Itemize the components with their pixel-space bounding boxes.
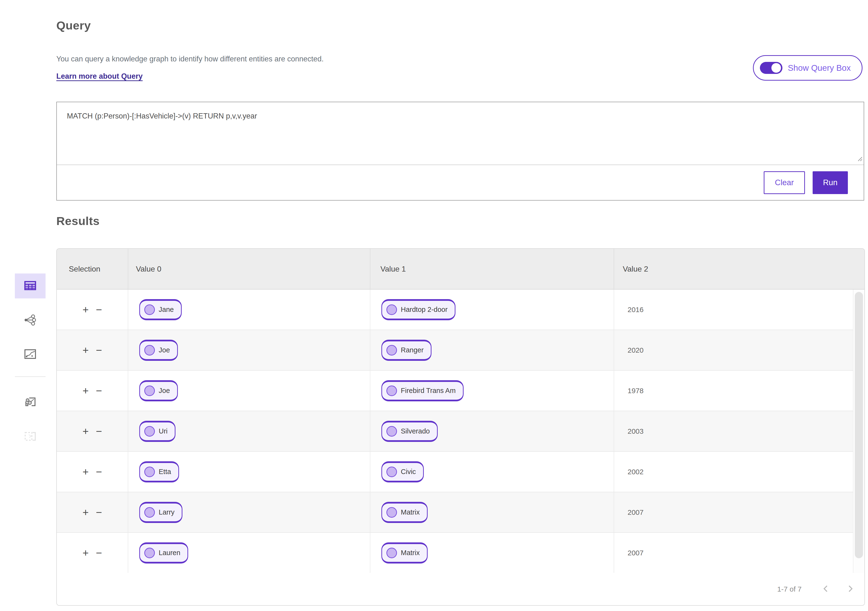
node-pill[interactable]: Joe xyxy=(139,380,178,401)
node-icon xyxy=(386,548,397,558)
table-view-icon xyxy=(24,280,36,293)
remove-from-selection-button[interactable]: − xyxy=(96,305,102,315)
graph-map-view-icon xyxy=(24,396,36,409)
node-icon xyxy=(144,386,155,396)
table-row: + − Uri Silverado 2003 xyxy=(57,411,853,452)
value2-cell: 2007 xyxy=(614,492,853,532)
results-title: Results xyxy=(56,214,100,228)
node-pill[interactable]: Lauren xyxy=(139,543,188,563)
remove-from-selection-button[interactable]: − xyxy=(96,507,102,518)
sidebar-item-graph-view[interactable] xyxy=(15,308,45,333)
node-pill[interactable]: Joe xyxy=(139,340,178,361)
add-to-selection-button[interactable]: + xyxy=(82,386,89,396)
node-icon xyxy=(144,466,155,477)
remove-from-selection-button[interactable]: − xyxy=(96,426,102,437)
node-label: Lauren xyxy=(159,549,180,557)
node-label: Civic xyxy=(401,468,416,476)
table-scrollbar-thumb[interactable] xyxy=(855,292,863,558)
node-label: Uri xyxy=(159,427,167,435)
value0-cell: Larry xyxy=(128,492,370,532)
value2-cell: 2007 xyxy=(614,533,853,573)
selection-cell: + − xyxy=(57,452,128,492)
pagination-prev-button[interactable] xyxy=(819,583,832,596)
node-pill[interactable]: Matrix xyxy=(381,502,428,523)
year-value: 2002 xyxy=(628,468,644,476)
remove-from-selection-button[interactable]: − xyxy=(96,548,102,558)
node-pill[interactable]: Ranger xyxy=(381,340,431,361)
table-row: + − Jane Hardtop 2-door 2016 xyxy=(57,289,853,330)
remove-from-selection-button[interactable]: − xyxy=(96,386,102,396)
resize-handle-icon[interactable] xyxy=(856,155,862,163)
add-to-selection-button[interactable]: + xyxy=(82,426,89,437)
node-pill[interactable]: Uri xyxy=(139,421,175,442)
node-icon xyxy=(386,426,397,437)
node-label: Etta xyxy=(159,468,171,476)
value1-cell: Silverado xyxy=(370,411,614,451)
value2-cell: 2016 xyxy=(614,289,853,330)
region-select-icon xyxy=(24,431,36,443)
value0-cell: Uri xyxy=(128,411,370,451)
table-row: + − Joe Ranger 2020 xyxy=(57,330,853,371)
clear-button[interactable]: Clear xyxy=(764,171,805,194)
node-icon xyxy=(386,305,397,315)
table-scrollbar-track[interactable] xyxy=(853,289,864,573)
node-icon xyxy=(144,345,155,356)
show-query-box-toggle[interactable]: Show Query Box xyxy=(753,55,862,81)
node-label: Jane xyxy=(159,306,174,314)
node-pill[interactable]: Hardtop 2-door xyxy=(381,299,456,320)
node-pill[interactable]: Silverado xyxy=(381,421,438,442)
sidebar-item-map-view[interactable] xyxy=(15,342,45,367)
node-label: Ranger xyxy=(401,346,423,354)
chevron-right-icon xyxy=(847,584,854,594)
value0-cell: Joe xyxy=(128,371,370,411)
node-pill[interactable]: Firebird Trans Am xyxy=(381,380,463,401)
toggle-knob xyxy=(771,63,781,73)
node-pill[interactable]: Jane xyxy=(139,299,182,320)
query-textarea[interactable]: MATCH (p:Person)-[:HasVehicle]->(v) RETU… xyxy=(57,102,864,165)
page-description: You can query a knowledge graph to ident… xyxy=(56,55,324,63)
node-pill[interactable]: Civic xyxy=(381,461,424,482)
table-row: + − Joe Firebird Trans Am 1978 xyxy=(57,371,853,411)
table-row: + − Etta Civic 2002 xyxy=(57,452,853,492)
value2-cell: 2020 xyxy=(614,330,853,370)
year-value: 1978 xyxy=(628,387,644,395)
pagination-next-button[interactable] xyxy=(844,583,857,596)
column-header-value1: Value 1 xyxy=(370,249,614,289)
node-pill[interactable]: Larry xyxy=(139,502,183,523)
remove-from-selection-button[interactable]: − xyxy=(96,466,102,477)
sidebar-item-graph-map-view[interactable] xyxy=(15,390,45,415)
node-pill[interactable]: Matrix xyxy=(381,543,428,563)
remove-from-selection-button[interactable]: − xyxy=(96,345,102,356)
node-icon xyxy=(386,466,397,477)
switch-on-icon xyxy=(760,62,783,74)
node-icon xyxy=(144,548,155,558)
value2-cell: 1978 xyxy=(614,371,853,411)
value0-cell: Jane xyxy=(128,289,370,330)
year-value: 2007 xyxy=(628,508,644,516)
query-editor-panel: MATCH (p:Person)-[:HasVehicle]->(v) RETU… xyxy=(56,102,864,201)
column-header-value2: Value 2 xyxy=(614,249,864,289)
map-view-icon xyxy=(24,348,36,361)
node-pill[interactable]: Etta xyxy=(139,461,179,482)
run-button[interactable]: Run xyxy=(813,171,848,194)
add-to-selection-button[interactable]: + xyxy=(82,507,89,518)
view-switcher-rail xyxy=(15,274,45,459)
value1-cell: Firebird Trans Am xyxy=(370,371,614,411)
node-icon xyxy=(386,386,397,396)
results-table: Selection Value 0 Value 1 Value 2 + − Ja… xyxy=(56,248,865,606)
add-to-selection-button[interactable]: + xyxy=(82,548,89,558)
learn-more-link[interactable]: Learn more about Query xyxy=(56,72,143,81)
node-icon xyxy=(386,345,397,356)
selection-cell: + − xyxy=(57,371,128,411)
table-body: + − Jane Hardtop 2-door 2016 + − xyxy=(57,289,864,573)
add-to-selection-button[interactable]: + xyxy=(82,345,89,356)
toggle-label: Show Query Box xyxy=(788,63,851,73)
selection-cell: + − xyxy=(57,289,128,330)
table-row: + − Larry Matrix 2007 xyxy=(57,492,853,533)
table-pagination-bar: 1-7 of 7 xyxy=(57,573,864,605)
node-label: Matrix xyxy=(401,549,420,557)
sidebar-item-table-view[interactable] xyxy=(15,274,45,299)
add-to-selection-button[interactable]: + xyxy=(82,466,89,477)
add-to-selection-button[interactable]: + xyxy=(82,305,89,315)
column-header-value0: Value 0 xyxy=(128,249,370,289)
